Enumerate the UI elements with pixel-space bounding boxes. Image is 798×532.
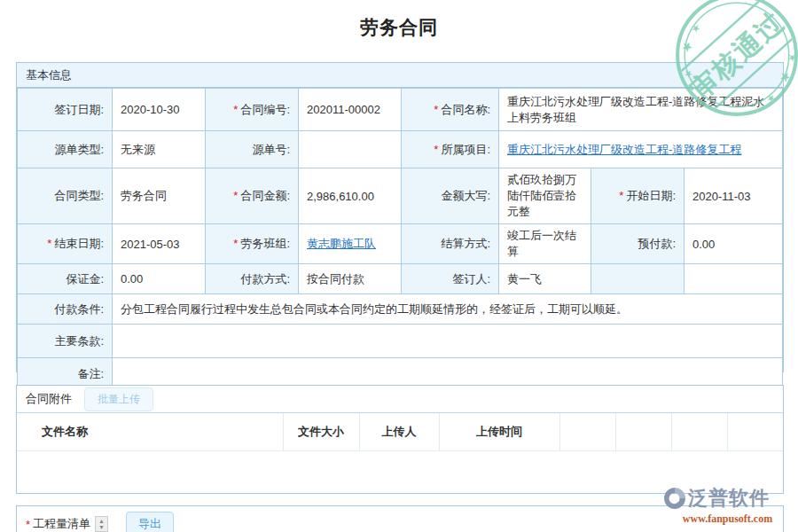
field-label-amount: *合同金额:: [206, 168, 299, 224]
field-label-contract-no: *合同编号:: [206, 89, 299, 131]
sort-toggle-icon[interactable]: ▲▼: [95, 516, 108, 532]
field-value-settle-method: 竣工后一次结算: [499, 224, 591, 264]
field-value-contract-name: 重庆江北污水处理厂级改造工程-道路修复工程泥水上料劳务班组: [499, 89, 783, 131]
project-link[interactable]: 重庆江北污水处理厂级改造工程-道路修复工程: [507, 143, 741, 156]
field-value-project: 重庆江北污水处理厂级改造工程-道路修复工程: [499, 131, 783, 168]
field-value-end-date: 2021-05-03: [113, 224, 206, 264]
col-empty-4: [727, 413, 783, 450]
field-label-main-terms: 主要条款:: [18, 325, 113, 358]
basic-info-section: 基本信息 签订日期: 2020-10-30 *合同编号: 202011-0000…: [16, 62, 784, 372]
field-value-amount: 2,986,610.00: [299, 168, 402, 224]
attachments-section: 合同附件 批量上传 文件名称 文件大小 上传人 上传时间: [16, 385, 784, 494]
field-label-amount-words: 金额大写:: [402, 168, 499, 224]
field-value-start-date: 2020-11-03: [685, 168, 783, 224]
export-button[interactable]: 导出: [126, 512, 174, 532]
boq-title: 工程量清单: [33, 516, 90, 532]
field-label-labor-team: *劳务班组:: [206, 224, 299, 264]
field-label-signer: 签订人:: [402, 264, 499, 294]
col-empty-1: [559, 413, 615, 450]
field-value-contract-type: 劳务合同: [113, 168, 206, 224]
field-value-labor-team: 黄志鹏施工队: [299, 224, 402, 264]
field-label-contract-name: *合同名称:: [402, 89, 499, 131]
boq-required-mark: *: [26, 518, 30, 531]
svg-text:★: ★: [786, 51, 798, 65]
page-title: 劳务合同: [0, 15, 798, 40]
field-value-amount-words: 贰佰玖拾捌万陆仟陆佰壹拾元整: [499, 168, 591, 224]
field-label-contract-type: 合同类型:: [18, 168, 113, 224]
empty-label-cell: [591, 264, 685, 294]
batch-upload-button[interactable]: 批量上传: [84, 387, 153, 411]
field-label-start-date: *开始日期:: [591, 168, 685, 224]
field-label-pay-terms: 付款条件:: [18, 294, 113, 325]
field-value-sign-date: 2020-10-30: [113, 89, 206, 131]
col-file-size: 文件大小: [283, 413, 359, 450]
boq-section: * 工程量清单 ▲▼ 导出: [16, 505, 784, 532]
empty-value-cell: [685, 264, 783, 294]
field-value-deposit: 0.00: [113, 264, 206, 294]
field-label-deposit: 保证金:: [18, 264, 113, 294]
field-label-settle-method: 结算方式:: [402, 224, 499, 264]
field-value-signer: 黄一飞: [499, 264, 591, 294]
col-empty-3: [671, 413, 727, 450]
field-label-end-date: *结束日期:: [18, 224, 113, 264]
field-label-sign-date: 签订日期:: [18, 89, 113, 131]
col-upload-time: 上传时间: [439, 413, 559, 450]
labor-contract-page: 劳务合同 审核通过 ★ ★ ★ ★ ★ ★ 基本信息: [0, 0, 798, 532]
field-value-main-terms: [113, 325, 783, 358]
field-value-contract-no: 202011-00002: [299, 89, 402, 131]
field-label-project: *所属项目:: [402, 131, 499, 168]
field-label-pay-method: 付款方式:: [206, 264, 299, 294]
field-value-source-no: [299, 131, 402, 168]
basic-info-header: 基本信息: [17, 63, 783, 88]
col-empty-2: [615, 413, 671, 450]
field-value-advance: 0.00: [685, 224, 783, 264]
field-label-source-no: 源单号:: [206, 131, 299, 168]
attachments-table: 文件名称 文件大小 上传人 上传时间: [17, 413, 783, 451]
field-value-pay-method: 按合同付款: [299, 264, 402, 294]
basic-info-table: 签订日期: 2020-10-30 *合同编号: 202011-00002 *合同…: [17, 88, 783, 391]
col-file-name: 文件名称: [17, 413, 283, 450]
field-value-source-type: 无来源: [113, 131, 206, 168]
field-label-source-type: 源单类型:: [18, 131, 113, 168]
attachments-title: 合同附件: [26, 391, 72, 407]
col-uploader: 上传人: [359, 413, 439, 450]
field-label-advance: 预付款:: [591, 224, 685, 264]
labor-team-link[interactable]: 黄志鹏施工队: [307, 237, 376, 250]
field-value-pay-terms: 分包工程合同履行过程中发生总包合同或本合同约定的工期顺延情形的，经签证后，工期可…: [113, 294, 783, 325]
